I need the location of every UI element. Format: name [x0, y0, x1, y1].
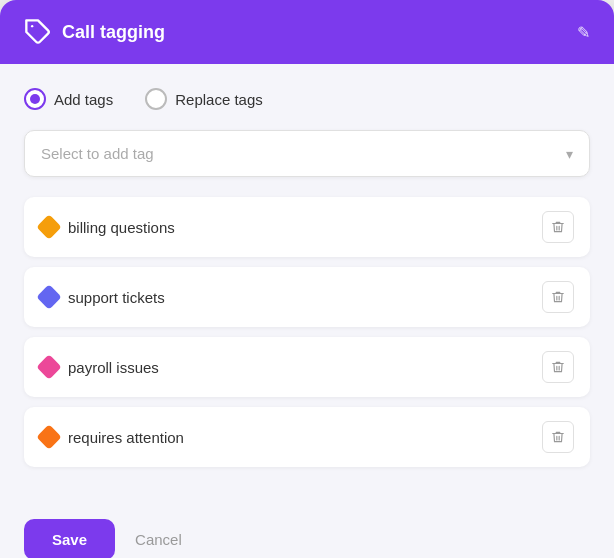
tag-select-dropdown[interactable]: Select to add tag ▾ — [24, 130, 590, 177]
radio-add-tags-circle — [24, 88, 46, 110]
tag-icon — [24, 18, 52, 46]
modal-header: Call tagging ✎ — [0, 0, 614, 64]
modal-title: Call tagging — [62, 22, 567, 43]
cancel-button[interactable]: Cancel — [127, 519, 190, 558]
tag-left-3: requires attention — [40, 428, 184, 446]
tag-color-dot-1 — [36, 284, 61, 309]
pencil-icon[interactable]: ✎ — [577, 23, 590, 42]
modal-body: Add tags Replace tags Select to add tag … — [0, 64, 614, 519]
tag-item: payroll issues — [24, 337, 590, 397]
radio-replace-tags[interactable]: Replace tags — [145, 88, 263, 110]
tag-label-3: requires attention — [68, 429, 184, 446]
radio-add-tags-label: Add tags — [54, 91, 113, 108]
tag-color-dot-2 — [36, 354, 61, 379]
tag-item: billing questions — [24, 197, 590, 257]
tag-left-1: support tickets — [40, 288, 165, 306]
delete-tag-button-1[interactable] — [542, 281, 574, 313]
call-tagging-modal: Call tagging ✎ Add tags Replace tags Sel… — [0, 0, 614, 558]
modal-footer: Save Cancel — [0, 519, 614, 558]
tag-label-0: billing questions — [68, 219, 175, 236]
tag-item: support tickets — [24, 267, 590, 327]
radio-replace-tags-circle — [145, 88, 167, 110]
tag-left-0: billing questions — [40, 218, 175, 236]
delete-tag-button-2[interactable] — [542, 351, 574, 383]
tag-left-2: payroll issues — [40, 358, 159, 376]
delete-tag-button-3[interactable] — [542, 421, 574, 453]
tag-item: requires attention — [24, 407, 590, 467]
select-placeholder: Select to add tag — [41, 145, 154, 162]
radio-add-tags[interactable]: Add tags — [24, 88, 113, 110]
tags-list: billing questions support tickets — [24, 197, 590, 467]
tag-color-dot-3 — [36, 424, 61, 449]
radio-group: Add tags Replace tags — [24, 88, 590, 110]
tag-label-1: support tickets — [68, 289, 165, 306]
delete-tag-button-0[interactable] — [542, 211, 574, 243]
tag-color-dot-0 — [36, 214, 61, 239]
radio-replace-tags-label: Replace tags — [175, 91, 263, 108]
save-button[interactable]: Save — [24, 519, 115, 558]
tag-label-2: payroll issues — [68, 359, 159, 376]
chevron-down-icon: ▾ — [566, 146, 573, 162]
